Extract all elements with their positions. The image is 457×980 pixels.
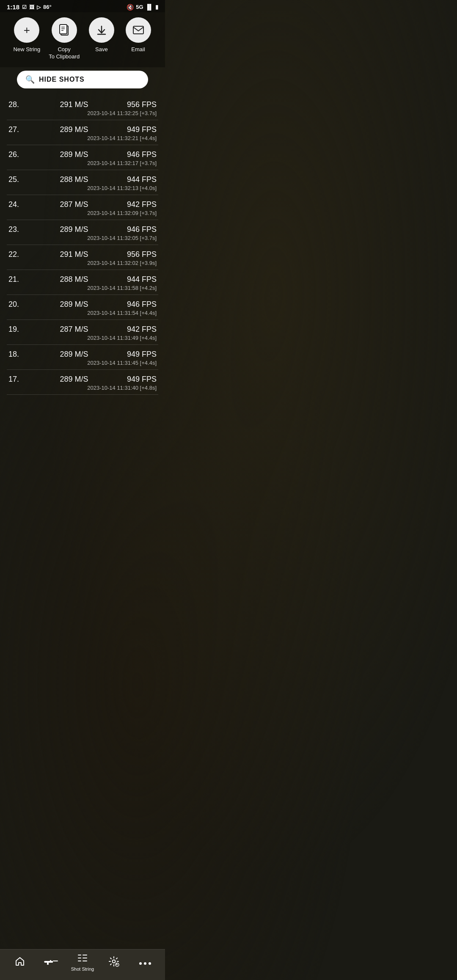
shot-ms: 289 M/S — [30, 125, 118, 134]
shot-ms: 289 M/S — [30, 150, 118, 159]
email-button[interactable]: Email — [124, 17, 153, 53]
shot-number: 28. — [8, 100, 30, 109]
shot-row[interactable]: 23.289 M/S946 FPS2023-10-14 11:32:05 [+3… — [7, 220, 158, 245]
shot-number: 26. — [8, 150, 30, 159]
shot-ms: 289 M/S — [30, 375, 118, 384]
shot-fps: 946 FPS — [118, 150, 157, 159]
shot-number: 22. — [8, 250, 30, 259]
shot-number: 17. — [8, 375, 30, 384]
shot-timestamp: 2023-10-14 11:32:02 [+3.9s] — [8, 260, 157, 266]
temperature: 86° — [43, 4, 52, 10]
battery-icon: ▮ — [155, 4, 158, 10]
shot-row[interactable]: 25.288 M/S944 FPS2023-10-14 11:32:13 [+4… — [7, 170, 158, 195]
shot-fps: 942 FPS — [118, 325, 157, 334]
shot-ms: 291 M/S — [30, 250, 118, 259]
email-icon — [126, 17, 151, 43]
shot-list: 28.291 M/S956 FPS2023-10-14 11:32:25 [+3… — [0, 95, 165, 395]
status-bar: 1:18 ☑ 🖼 ▷ 86° 🔇 5G ▐▌ ▮ — [0, 0, 165, 12]
shot-number: 19. — [8, 325, 30, 334]
shot-fps: 949 FPS — [118, 375, 157, 384]
shot-timestamp: 2023-10-14 11:31:58 [+4.2s] — [8, 285, 157, 291]
shot-ms: 289 M/S — [30, 300, 118, 309]
shot-timestamp: 2023-10-14 11:32:05 [+3.7s] — [8, 235, 157, 241]
shot-fps: 949 FPS — [118, 350, 157, 359]
shot-timestamp: 2023-10-14 11:32:13 [+4.0s] — [8, 185, 157, 191]
shot-number: 27. — [8, 125, 30, 134]
email-label: Email — [131, 46, 145, 53]
shot-timestamp: 2023-10-14 11:31:49 [+4.4s] — [8, 335, 157, 341]
shot-ms: 287 M/S — [30, 200, 118, 209]
shot-fps: 942 FPS — [118, 200, 157, 209]
shot-fps: 949 FPS — [118, 125, 157, 134]
shot-row[interactable]: 28.291 M/S956 FPS2023-10-14 11:32:25 [+3… — [7, 95, 158, 120]
shot-fps: 944 FPS — [118, 175, 157, 184]
shot-ms: 288 M/S — [30, 175, 118, 184]
new-string-button[interactable]: + New String — [12, 17, 41, 53]
save-icon — [89, 17, 114, 43]
svg-rect-6 — [133, 26, 143, 34]
shot-ms: 289 M/S — [30, 350, 118, 359]
hide-shots-label: HIDE SHOTS — [39, 76, 85, 83]
shot-row[interactable]: 21.288 M/S944 FPS2023-10-14 11:31:58 [+4… — [7, 270, 158, 295]
shot-timestamp: 2023-10-14 11:31:54 [+4.4s] — [8, 310, 157, 316]
shot-ms: 291 M/S — [30, 100, 118, 109]
shot-ms: 287 M/S — [30, 325, 118, 334]
status-time: 1:18 — [7, 3, 19, 11]
shot-row[interactable]: 26.289 M/S946 FPS2023-10-14 11:32:17 [+3… — [7, 145, 158, 170]
shot-row[interactable]: 18.289 M/S949 FPS2023-10-14 11:31:45 [+4… — [7, 345, 158, 370]
shot-row[interactable]: 24.287 M/S942 FPS2023-10-14 11:32:09 [+3… — [7, 195, 158, 220]
new-string-label: New String — [14, 46, 41, 53]
hide-shots-button[interactable]: 🔍 HIDE SHOTS — [17, 71, 148, 88]
copy-clipboard-button[interactable]: CopyTo Clipboard — [49, 17, 80, 61]
shot-row[interactable]: 22.291 M/S956 FPS2023-10-14 11:32:02 [+3… — [7, 245, 158, 270]
shot-number: 20. — [8, 300, 30, 309]
mute-icon: 🔇 — [127, 4, 134, 11]
shot-number: 24. — [8, 200, 30, 209]
search-icon: 🔍 — [25, 75, 35, 84]
shot-number: 23. — [8, 225, 30, 234]
shot-timestamp: 2023-10-14 11:32:25 [+3.7s] — [8, 110, 157, 116]
shot-timestamp: 2023-10-14 11:31:40 [+4.8s] — [8, 385, 157, 391]
shot-ms: 288 M/S — [30, 275, 118, 284]
shot-fps: 946 FPS — [118, 225, 157, 234]
shot-fps: 944 FPS — [118, 275, 157, 284]
play-icon: ▷ — [37, 4, 41, 10]
save-button[interactable]: Save — [87, 17, 116, 53]
shot-number: 21. — [8, 275, 30, 284]
shot-row[interactable]: 19.287 M/S942 FPS2023-10-14 11:31:49 [+4… — [7, 320, 158, 345]
shot-number: 25. — [8, 175, 30, 184]
shot-fps: 956 FPS — [118, 250, 157, 259]
save-label: Save — [95, 46, 108, 53]
shot-timestamp: 2023-10-14 11:31:45 [+4.4s] — [8, 360, 157, 366]
shot-row[interactable]: 20.289 M/S946 FPS2023-10-14 11:31:54 [+4… — [7, 295, 158, 320]
shot-fps: 956 FPS — [118, 100, 157, 109]
image-icon: 🖼 — [29, 4, 34, 10]
network-label: 5G — [136, 4, 143, 10]
signal-icon: ▐▌ — [146, 4, 153, 10]
shot-ms: 289 M/S — [30, 225, 118, 234]
copy-clipboard-label: CopyTo Clipboard — [49, 46, 80, 61]
shot-timestamp: 2023-10-14 11:32:21 [+4.4s] — [8, 135, 157, 141]
action-buttons-bar: + New String CopyTo Clipboard — [0, 12, 165, 67]
shot-timestamp: 2023-10-14 11:32:17 [+3.7s] — [8, 160, 157, 166]
shot-number: 18. — [8, 350, 30, 359]
shot-timestamp: 2023-10-14 11:32:09 [+3.7s] — [8, 210, 157, 216]
new-string-icon: + — [14, 17, 39, 43]
svg-rect-1 — [60, 25, 67, 34]
shot-row[interactable]: 27.289 M/S949 FPS2023-10-14 11:32:21 [+4… — [7, 120, 158, 145]
copy-clipboard-icon — [52, 17, 77, 43]
shot-row[interactable]: 17.289 M/S949 FPS2023-10-14 11:31:40 [+4… — [7, 370, 158, 395]
check-icon: ☑ — [22, 4, 27, 10]
shot-fps: 946 FPS — [118, 300, 157, 309]
